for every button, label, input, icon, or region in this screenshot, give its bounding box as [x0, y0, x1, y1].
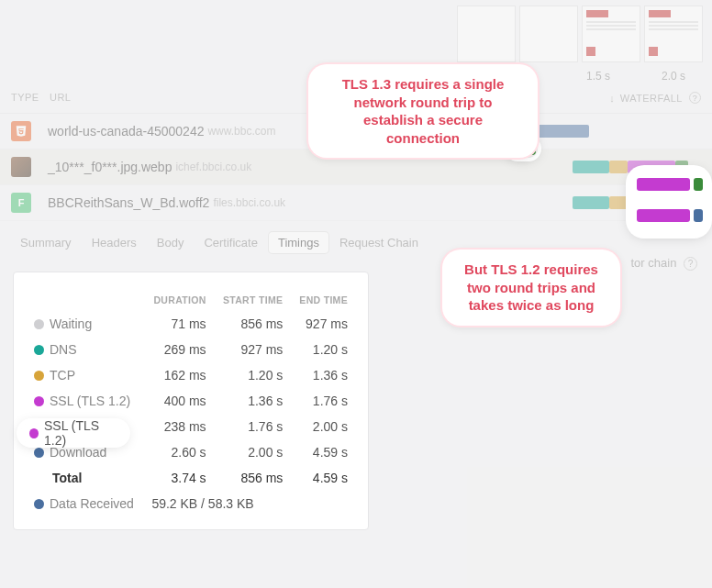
timing-total: Total3.74 s856 ms4.59 s — [27, 465, 355, 491]
col-type: TYPE — [11, 92, 50, 104]
help-icon[interactable]: ? — [689, 92, 701, 104]
timings-panel: DURATION START TIME END TIME Waiting71 m… — [13, 272, 369, 530]
request-row[interactable]: F BBCReithSans_W_Bd.woff2 files.bbci.co.… — [0, 185, 712, 221]
tab-certificate[interactable]: Certificate — [195, 232, 267, 253]
request-url: _10***_f0***.jpg.webp — [48, 160, 172, 174]
timing-row: TCP162 ms1.20 s1.36 s — [27, 362, 355, 388]
html-icon — [11, 121, 31, 141]
tick-label: 2.0 s — [644, 70, 703, 83]
tick-label: 1.5 s — [569, 70, 628, 83]
th-name — [27, 289, 144, 311]
timing-data-received: Data Received59.2 KB / 58.3 KB — [27, 491, 355, 516]
th-duration: DURATION — [144, 289, 213, 311]
filmstrip-frame — [582, 6, 640, 62]
spotlight-ssl-row: SSL (TLS 1.2) — [20, 422, 127, 444]
request-url: world-us-canada-45000242 — [48, 124, 204, 139]
filmstrip-frame — [644, 6, 703, 62]
request-host: www.bbc.com — [207, 125, 275, 138]
filmstrip-frame — [519, 6, 578, 62]
font-icon: F — [11, 193, 31, 213]
tab-request-chain[interactable]: Request Chain — [330, 232, 428, 253]
request-url: BBCReithSans_W_Bd.woff2 — [48, 195, 209, 210]
indicator-chain[interactable]: tor chain ? — [631, 256, 698, 271]
tab-body[interactable]: Body — [148, 232, 194, 253]
callout-tls13: TLS 1.3 requires a single network round … — [308, 64, 538, 158]
timing-row: Waiting71 ms856 ms927 ms — [27, 311, 355, 337]
image-icon — [11, 157, 31, 177]
callout-tls12: But TLS 1.2 requires two round trips and… — [442, 250, 620, 326]
timing-row: DNS269 ms927 ms1.20 s — [27, 337, 355, 362]
spotlight-ssl-label: SSL (TLS 1.2) — [44, 418, 117, 448]
tab-headers[interactable]: Headers — [83, 232, 146, 253]
request-host: files.bbci.co.uk — [213, 196, 285, 209]
tab-timings[interactable]: Timings — [269, 232, 328, 253]
indicator-chain-label: tor chain — [631, 256, 677, 270]
filmstrip — [0, 0, 712, 62]
help-icon[interactable]: ? — [684, 257, 697, 271]
filmstrip-frame — [457, 6, 516, 62]
th-start: START TIME — [214, 289, 291, 311]
sort-arrow-icon: ↓ — [609, 93, 615, 104]
col-waterfall-label: WATERFALL — [620, 93, 683, 104]
timing-row: SSL (TLS 1.2)400 ms1.36 s1.76 s — [27, 388, 355, 414]
spotlight-tls12-bars — [629, 169, 708, 235]
tab-summary[interactable]: Summary — [11, 232, 81, 253]
request-host: ichef.bbci.co.uk — [175, 161, 251, 173]
th-end: END TIME — [290, 289, 355, 311]
